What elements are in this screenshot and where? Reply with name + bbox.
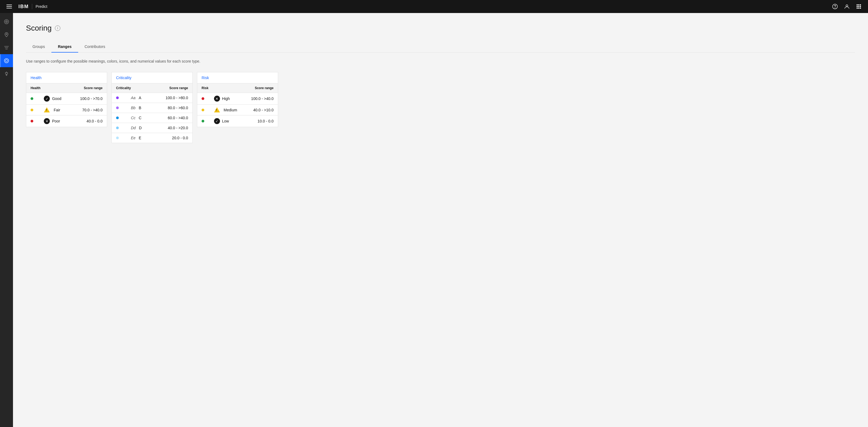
- risk-row3-label: Low: [222, 119, 229, 123]
- tab-groups[interactable]: Groups: [26, 41, 52, 53]
- crit-row5-content: Ee E: [127, 133, 152, 143]
- crit-row2-content: Bb B: [127, 103, 152, 113]
- crit-row5-font-label: Ee: [131, 136, 135, 140]
- crit-row5-dot: [112, 133, 127, 143]
- svg-rect-13: [858, 7, 859, 9]
- info-icon[interactable]: i: [55, 26, 60, 31]
- health-table: Health Score range ✓ Good: [26, 83, 107, 127]
- risk-table: Risk Score range ✕ High: [197, 83, 278, 127]
- brand: IBM Predict: [19, 4, 48, 9]
- risk-row3-dot: [197, 115, 210, 127]
- risk-row2-range: 40.0 - >10.0: [244, 105, 278, 115]
- health-row3-dot: [26, 115, 39, 127]
- svg-rect-0: [6, 5, 12, 5]
- svg-rect-8: [860, 4, 861, 5]
- sidebar-item-filter[interactable]: [0, 41, 13, 54]
- main-content: Scoring i Groups Ranges Contributors Use…: [13, 13, 868, 427]
- sidebar-item-network[interactable]: [0, 54, 13, 67]
- criticality-card: Criticality Criticality Score range: [112, 72, 193, 143]
- risk-card: Risk Risk Score range ✕: [197, 72, 278, 127]
- user-button[interactable]: [842, 2, 852, 11]
- app-body: Scoring i Groups Ranges Contributors Use…: [0, 13, 868, 427]
- table-row: ✕ Poor 40.0 - 0.0: [26, 115, 107, 127]
- help-button[interactable]: [830, 2, 840, 11]
- page-title: Scoring: [26, 24, 52, 32]
- cards-grid: Health Health Score range: [26, 72, 855, 143]
- crit-row5-range: 20.0 - 0.0: [152, 133, 192, 143]
- health-row2-label: Fair: [54, 108, 60, 112]
- crit-row4-label: D: [139, 126, 142, 130]
- crit-row4-content: Dd D: [127, 123, 152, 133]
- sidebar-item-hierarchy[interactable]: [0, 67, 13, 80]
- sidebar-item-location[interactable]: [0, 28, 13, 41]
- crit-row3-font-label: Cc: [131, 116, 135, 120]
- criticality-card-title[interactable]: Criticality: [112, 72, 192, 83]
- svg-point-4: [835, 8, 835, 8]
- table-row: ✓ Low 10.0 - 0.0: [197, 115, 278, 127]
- tab-ranges[interactable]: Ranges: [52, 41, 78, 53]
- health-col2-header: Score range: [70, 83, 107, 93]
- svg-rect-11: [860, 6, 861, 7]
- health-row3-range: 40.0 - 0.0: [70, 115, 107, 127]
- product-label: Predict: [35, 4, 48, 9]
- x-icon: ✕: [214, 96, 220, 102]
- risk-row2-label: Medium: [224, 108, 237, 112]
- table-row: ✓ Good 100.0 - >70.0: [26, 93, 107, 105]
- table-row: Dd D 40.0 - >20.0: [112, 123, 192, 133]
- health-row2-range: 70.0 - >40.0: [70, 105, 107, 115]
- crit-row3-dot: [112, 113, 127, 123]
- risk-row3-content: ✓ Low: [210, 115, 244, 127]
- risk-col2-header: Score range: [244, 83, 278, 93]
- table-row: Medium 40.0 - >10.0: [197, 105, 278, 115]
- health-row1-range: 100.0 - >70.0: [70, 93, 107, 105]
- risk-row1-content: ✕ High: [210, 93, 244, 105]
- x-icon: ✕: [44, 118, 50, 124]
- crit-row4-dot: [112, 123, 127, 133]
- health-row3-content: ✕ Poor: [39, 115, 70, 127]
- table-row: Aa A 100.0 - >80.0: [112, 93, 192, 103]
- svg-rect-9: [857, 6, 858, 7]
- ibm-label: IBM: [19, 4, 29, 9]
- svg-point-5: [846, 5, 848, 7]
- risk-row3-range: 10.0 - 0.0: [244, 115, 278, 127]
- svg-rect-7: [858, 4, 859, 5]
- sidebar-item-targets[interactable]: [0, 15, 13, 28]
- crit-row1-font-label: Aa: [131, 96, 135, 100]
- health-col1-header: Health: [26, 83, 70, 93]
- crit-row4-range: 40.0 - >20.0: [152, 123, 192, 133]
- apps-button[interactable]: [854, 2, 864, 11]
- table-row: Bb B 80.0 - >60.0: [112, 103, 192, 113]
- table-row: Fair 70.0 - >40.0: [26, 105, 107, 115]
- topnav-right: [830, 2, 864, 11]
- menu-button[interactable]: [4, 2, 14, 11]
- crit-row1-label: A: [139, 96, 141, 100]
- crit-row4-font-label: Dd: [131, 126, 136, 130]
- criticality-col1-header: Criticality: [112, 83, 152, 93]
- svg-rect-12: [857, 7, 858, 9]
- crit-row1-dot: [112, 93, 127, 103]
- risk-card-title[interactable]: Risk: [197, 72, 278, 83]
- page-header: Scoring i: [26, 24, 855, 32]
- tab-contributors[interactable]: Contributors: [78, 41, 112, 53]
- sidebar: [0, 13, 13, 427]
- health-row1-dot: [26, 93, 39, 105]
- crit-row3-label: C: [139, 116, 142, 120]
- svg-point-22: [5, 60, 7, 62]
- svg-point-17: [6, 21, 7, 22]
- risk-col1-header: Risk: [197, 83, 244, 93]
- risk-row1-range: 100.0 - >40.0: [244, 93, 278, 105]
- svg-rect-6: [857, 4, 858, 5]
- svg-rect-10: [858, 6, 859, 7]
- criticality-table: Criticality Score range Aa A: [112, 83, 192, 143]
- risk-row2-dot: [197, 105, 210, 115]
- description: Use ranges to configure the possible mea…: [26, 59, 855, 63]
- table-row: ✕ High 100.0 - >40.0: [197, 93, 278, 105]
- svg-rect-2: [6, 8, 12, 8]
- crit-row2-font-label: Bb: [131, 106, 135, 110]
- svg-point-23: [4, 59, 9, 63]
- svg-point-18: [6, 34, 7, 35]
- warn-icon: [214, 107, 220, 112]
- risk-row1-dot: [197, 93, 210, 105]
- health-card-title[interactable]: Health: [26, 72, 107, 83]
- health-row1-content: ✓ Good: [39, 93, 70, 105]
